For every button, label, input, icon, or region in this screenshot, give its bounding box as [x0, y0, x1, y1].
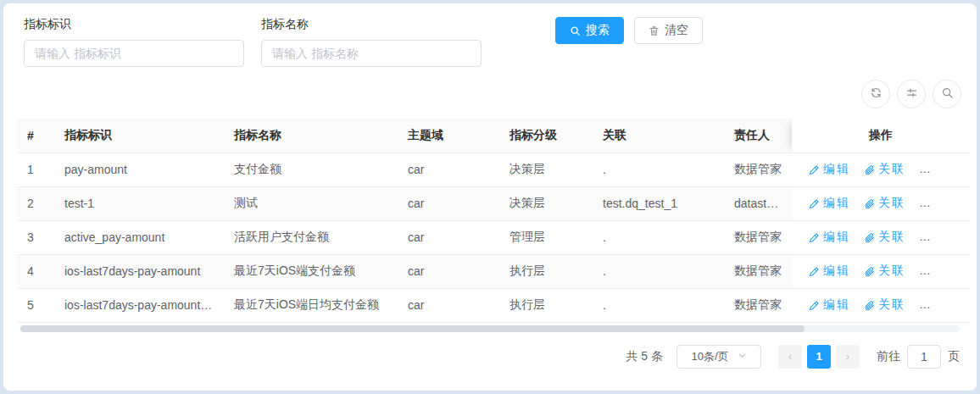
header-actions: 操作 — [792, 119, 970, 153]
cell-name: 活跃用户支付金额 — [224, 220, 398, 254]
refresh-button[interactable] — [861, 80, 890, 108]
cell-actions: 编辑关联血缘分析 — [792, 288, 970, 322]
table-header-row: # 指标标识 指标名称 主题域 指标分级 关联 责任人 操作 — [17, 119, 970, 153]
table-search-button[interactable] — [933, 80, 961, 108]
page-buttons: ‹ 1 › — [778, 345, 860, 369]
pagination-bar: 共 5 条 10条/页 ‹ 1 › 前往 页 — [14, 345, 960, 369]
filter-actions: 搜索 清空 — [555, 17, 703, 44]
header-index: # — [17, 119, 54, 153]
cell-actions: 编辑关联血缘分析 — [792, 254, 970, 288]
cell-owner: 数据管家 — [724, 288, 792, 322]
search-icon — [941, 86, 954, 102]
edit-pencil-icon — [809, 198, 820, 209]
goto-suffix-label: 页 — [948, 349, 960, 364]
edit-action-link[interactable]: 编辑 — [809, 162, 850, 177]
cell-domain: car — [398, 153, 499, 186]
paperclip-icon — [864, 232, 875, 243]
clear-button-label: 清空 — [665, 23, 688, 38]
search-button[interactable]: 搜索 — [555, 17, 624, 44]
cell-name: 最近7天iOS端支付金额 — [224, 254, 398, 288]
cell-actions: 编辑关联血缘分析 — [792, 186, 970, 220]
scrollbar-thumb[interactable] — [20, 325, 805, 332]
filter-field-identifier: 指标标识 — [24, 17, 244, 67]
filter-field-name: 指标名称 — [261, 17, 482, 67]
cell-domain: car — [398, 186, 499, 220]
paperclip-icon — [864, 164, 875, 175]
horizontal-scrollbar — [20, 325, 960, 332]
page-size-select[interactable]: 10条/页 — [677, 345, 761, 369]
goto-page-input[interactable] — [907, 345, 941, 369]
metrics-table: # 指标标识 指标名称 主题域 指标分级 关联 责任人 操作 1pay-amou… — [17, 119, 963, 332]
filter-lines-icon — [905, 86, 918, 102]
cell-name: 最近7天iOS端日均支付金额 — [224, 288, 398, 322]
prev-page-button[interactable]: ‹ — [778, 345, 802, 369]
identifier-input[interactable] — [24, 40, 244, 67]
cell-actions: 编辑关联血缘分析 — [792, 153, 970, 186]
cell-owner: 数据管家 — [724, 254, 792, 288]
cell-domain: car — [398, 288, 499, 322]
total-count: 共 5 条 — [626, 349, 663, 364]
name-input[interactable] — [261, 40, 482, 67]
edit-pencil-icon — [809, 300, 820, 311]
header-name: 指标名称 — [224, 119, 398, 153]
next-page-button[interactable]: › — [836, 345, 860, 369]
paperclip-icon — [864, 198, 875, 209]
cell-row-index: 5 — [17, 288, 54, 322]
refresh-icon — [870, 86, 883, 102]
cell-identifier: ios-last7days-pay-amount — [54, 254, 224, 288]
cell-level: 管理层 — [499, 220, 593, 254]
relate-action-link[interactable]: 关联 — [864, 162, 905, 177]
cell-level: 决策层 — [499, 153, 593, 186]
cell-relation: . — [593, 254, 724, 288]
page-background: 指标标识 指标名称 搜索 清空 — [0, 0, 980, 394]
cell-name: 测试 — [224, 186, 398, 220]
table-row: 5ios-last7days-pay-amount_avg最近7天iOS端日均支… — [17, 288, 970, 322]
edit-action-link[interactable]: 编辑 — [809, 196, 850, 211]
relate-action-link[interactable]: 关联 — [864, 297, 905, 313]
relate-action-link[interactable]: 关联 — [864, 196, 905, 211]
column-settings-button[interactable] — [897, 80, 926, 108]
cell-level: 决策层 — [499, 186, 593, 220]
table-row: 3active_pay-amount活跃用户支付金额car管理层.数据管家编辑关… — [17, 220, 970, 254]
edit-pencil-icon — [809, 164, 820, 175]
header-relation: 关联 — [593, 119, 724, 153]
cell-owner: 数据管家 — [724, 153, 792, 186]
filter-bar: 指标标识 指标名称 搜索 清空 — [14, 14, 966, 67]
cell-owner: 数据管家 — [724, 220, 792, 254]
clear-button[interactable]: 清空 — [634, 17, 703, 44]
edit-action-link[interactable]: 编辑 — [809, 230, 850, 245]
table-row: 1pay-amount支付金额car决策层.数据管家编辑关联血缘分析 — [17, 153, 970, 186]
cell-actions: 编辑关联血缘分析 — [792, 220, 970, 254]
edit-action-link[interactable]: 编辑 — [809, 297, 850, 313]
content-card: 指标标识 指标名称 搜索 清空 — [3, 3, 977, 391]
relate-action-link[interactable]: 关联 — [864, 264, 905, 279]
edit-action-link[interactable]: 编辑 — [809, 264, 850, 279]
goto-prefix-label: 前往 — [877, 349, 900, 364]
relate-action-link[interactable]: 关联 — [864, 230, 905, 245]
trash-icon — [649, 25, 660, 36]
edit-pencil-icon — [809, 266, 820, 277]
cell-domain: car — [398, 220, 499, 254]
identifier-label: 指标标识 — [24, 17, 244, 32]
cell-row-index: 1 — [17, 153, 54, 186]
table-row: 2test-1测试car决策层test.dq_test_1dataste...编… — [17, 186, 970, 220]
cell-level: 执行层 — [499, 288, 593, 322]
header-owner: 责任人 — [724, 119, 792, 153]
search-button-label: 搜索 — [586, 23, 610, 38]
chevron-down-icon — [738, 350, 747, 363]
cell-identifier: active_pay-amount — [54, 220, 224, 254]
page-1-button[interactable]: 1 — [807, 345, 831, 369]
cell-identifier: ios-last7days-pay-amount_avg — [54, 288, 224, 322]
cell-name: 支付金额 — [224, 153, 398, 186]
edit-pencil-icon — [809, 232, 820, 243]
table-toolbar — [14, 80, 961, 108]
header-identifier: 指标标识 — [54, 119, 224, 153]
table-body: 1pay-amount支付金额car决策层.数据管家编辑关联血缘分析2test-… — [17, 153, 970, 322]
cell-row-index: 3 — [17, 220, 54, 254]
cell-row-index: 4 — [17, 254, 54, 288]
header-domain: 主题域 — [398, 119, 499, 153]
name-label: 指标名称 — [261, 17, 482, 32]
cell-relation: . — [593, 153, 724, 186]
cell-relation: . — [593, 220, 724, 254]
cell-relation: . — [593, 288, 724, 322]
